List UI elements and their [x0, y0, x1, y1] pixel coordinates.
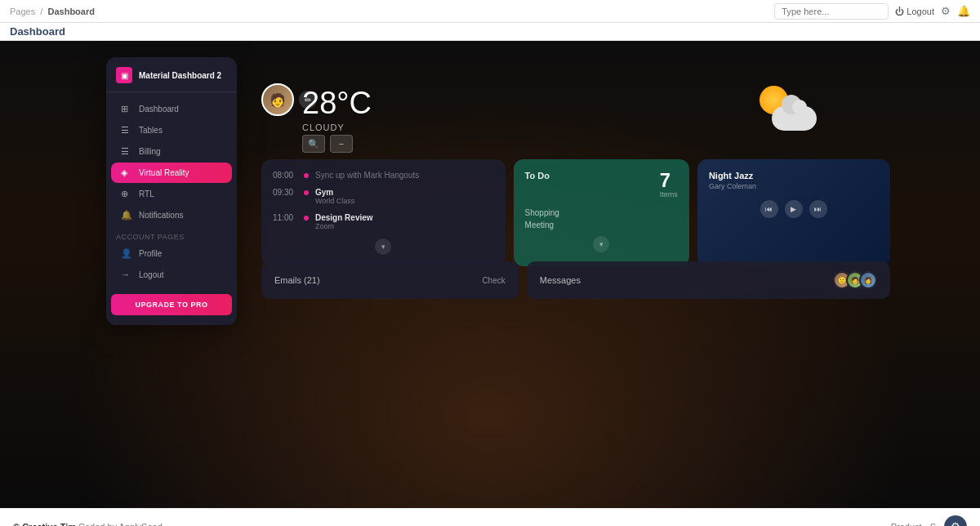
- logout-button[interactable]: ⏻ Logout: [895, 7, 934, 16]
- sidebar-item-label: Logout: [139, 270, 164, 279]
- widgets-row-1: 08:00 Sync up with Mark Hangouts 09:30 G…: [261, 159, 890, 266]
- schedule-title: Gym: [315, 188, 494, 197]
- expand-todo-button[interactable]: ▾: [593, 236, 609, 252]
- weather-icon: [751, 82, 817, 131]
- settings-icon[interactable]: ⚙: [941, 5, 951, 17]
- todo-items-label: Items: [660, 190, 678, 198]
- brand-name: Material Dashboard 2: [139, 71, 221, 80]
- temperature-display: 28°C: [302, 86, 372, 121]
- schedule-dot: [304, 173, 309, 178]
- messages-widget: Messages 🙂 🧑 👩: [527, 261, 890, 299]
- todo-items: Shopping Meeting: [525, 208, 678, 230]
- todo-count: 7: [660, 171, 678, 190]
- schedule-item-3: 11:00 Design Review Zoom: [273, 213, 494, 230]
- brand-icon: ▣: [116, 67, 132, 83]
- breadcrumb: Pages / Dashboard: [10, 7, 95, 16]
- schedule-subtitle: World Class: [315, 197, 494, 205]
- schedule-title: Sync up with Mark Hangouts: [315, 171, 494, 180]
- dashboard-icon: ⊞: [121, 104, 132, 114]
- tables-icon: ☰: [121, 125, 132, 136]
- schedule-content: Gym World Class: [315, 188, 494, 205]
- rtl-icon: ⊕: [121, 189, 132, 199]
- page-title: Dashboard: [10, 25, 65, 38]
- schedule-widget: 08:00 Sync up with Mark Hangouts 09:30 G…: [261, 159, 506, 266]
- schedule-time: 11:00: [273, 213, 297, 222]
- footer-coded-by: Coded by ApplySeed.: [78, 522, 165, 527]
- avatars-group: 🙂 🧑 👩: [833, 271, 877, 289]
- todo-item-shopping: Shopping: [525, 208, 678, 217]
- schedule-time: 09:30: [273, 188, 297, 197]
- sidebar-item-label: RTL: [139, 189, 154, 198]
- avatar: 🧑: [261, 83, 294, 116]
- email-widget: Emails (21) Check: [261, 261, 519, 299]
- sidebar-item-dashboard[interactable]: ⊞ Dashboard: [111, 99, 232, 119]
- todo-count-area: 7 Items: [660, 171, 678, 198]
- music-widget: Night Jazz Gary Coleman ⏮ ▶ ⏭: [697, 159, 890, 266]
- next-track-button[interactable]: ⏭: [809, 200, 827, 218]
- messages-label: Messages: [540, 275, 581, 285]
- vr-icon: ◈: [121, 167, 132, 178]
- widgets-row-2: Emails (21) Check Messages 🙂 🧑 👩: [261, 261, 890, 299]
- music-artist: Gary Coleman: [709, 182, 879, 190]
- logout-label: Logout: [906, 7, 934, 16]
- schedule-title: Design Review: [315, 213, 494, 222]
- play-button[interactable]: ▶: [785, 200, 803, 218]
- avatar-3: 👩: [859, 271, 877, 289]
- header-right: ⏻ Logout ⚙ 🔔: [774, 3, 970, 20]
- weather-search: 🔍 −: [302, 135, 353, 153]
- footer-gear-button[interactable]: ⚙: [944, 515, 967, 527]
- schedule-content: Sync up with Mark Hangouts: [315, 171, 494, 180]
- breadcrumb-pages[interactable]: Pages: [10, 7, 35, 16]
- search-input[interactable]: [774, 3, 889, 20]
- sidebar-item-label: Tables: [139, 126, 163, 135]
- top-header: Pages / Dashboard ⏻ Logout ⚙ 🔔: [0, 0, 980, 23]
- sidebar-item-label: Notifications: [139, 211, 183, 220]
- main-area: ▣ Material Dashboard 2 ⊞ Dashboard ☰ Tab…: [0, 41, 980, 508]
- breadcrumb-current: Dashboard: [47, 7, 94, 16]
- logout-icon: ⏻: [895, 7, 904, 16]
- billing-icon: ☰: [121, 146, 132, 157]
- upgrade-btn[interactable]: UPGRADE TO PRO: [111, 294, 232, 315]
- sidebar-logout-icon: →: [121, 270, 132, 279]
- cloud-icon: [772, 106, 817, 131]
- footer-brand: © Creative Tim: [13, 522, 76, 527]
- weather-search-button[interactable]: 🔍: [302, 135, 325, 153]
- account-section-label: ACCOUNT PAGES: [106, 226, 237, 243]
- weather-condition: CLOUDY: [302, 123, 372, 132]
- profile-icon: 👤: [121, 248, 132, 259]
- todo-item-meeting: Meeting: [525, 221, 678, 230]
- footer-right: Product S ⚙: [891, 515, 967, 527]
- footer: © Creative Tim Coded by ApplySeed. Produ…: [0, 508, 980, 526]
- expand-row: ▾: [273, 238, 494, 255]
- music-title: Night Jazz: [709, 171, 879, 181]
- sidebar-item-label: Virtual Reality: [139, 168, 189, 177]
- weather-minus-button[interactable]: −: [330, 135, 353, 153]
- prev-track-button[interactable]: ⏮: [760, 200, 778, 218]
- sidebar-item-tables[interactable]: ☰ Tables: [111, 120, 232, 140]
- schedule-subtitle: Zoom: [315, 222, 494, 230]
- sidebar-item-label: Billing: [139, 147, 161, 156]
- todo-expand: ▾: [525, 236, 678, 252]
- sidebar-item-billing[interactable]: ☰ Billing: [111, 141, 232, 162]
- schedule-content: Design Review Zoom: [315, 213, 494, 230]
- bell-icon[interactable]: 🔔: [957, 5, 970, 17]
- music-controls: ⏮ ▶ ⏭: [709, 200, 879, 218]
- todo-header: To Do 7 Items: [525, 171, 678, 198]
- expand-schedule-button[interactable]: ▾: [375, 238, 391, 255]
- page-title-row: Dashboard: [0, 23, 980, 41]
- sidebar-item-virtual-reality[interactable]: ◈ Virtual Reality: [111, 163, 232, 183]
- footer-product-link[interactable]: Product: [891, 522, 922, 527]
- footer-copyright: © Creative Tim Coded by ApplySeed.: [13, 522, 165, 527]
- notifications-icon: 🔔: [121, 210, 132, 221]
- footer-link-2[interactable]: S: [930, 522, 936, 527]
- email-label: Emails (21): [274, 275, 320, 285]
- sidebar-item-profile[interactable]: 👤 Profile: [111, 243, 232, 264]
- sidebar-brand: ▣ Material Dashboard 2: [106, 67, 237, 92]
- sidebar-item-label: Profile: [139, 249, 162, 258]
- sidebar-item-logout[interactable]: → Logout: [111, 265, 232, 284]
- sidebar-item-notifications[interactable]: 🔔 Notifications: [111, 205, 232, 225]
- check-email-button[interactable]: Check: [482, 276, 505, 285]
- sidebar-item-rtl[interactable]: ⊕ RTL: [111, 184, 232, 204]
- music-content: Night Jazz Gary Coleman ⏮ ▶ ⏭: [709, 171, 879, 218]
- weather-widget: 28°C CLOUDY: [302, 86, 372, 132]
